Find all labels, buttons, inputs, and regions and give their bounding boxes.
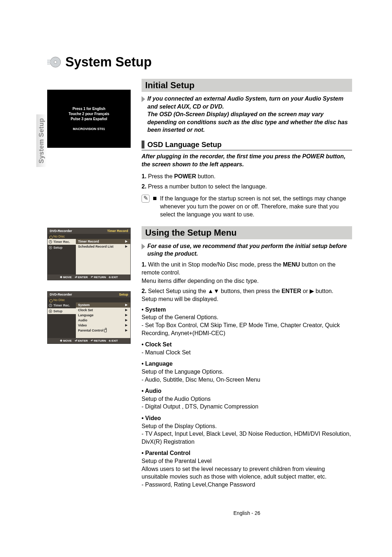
row-timer-record: Timer Record▶ <box>76 239 130 244</box>
initial-intro: If you connected an external Audio Syste… <box>147 95 352 134</box>
app-label: DVD-Recorder <box>50 293 72 296</box>
chevron-right-icon: ▶ <box>125 245 127 248</box>
row-audio: Audio▶ <box>76 318 130 323</box>
chevron-right-icon: ▶ <box>125 329 127 332</box>
move-icon: ✥ <box>60 339 62 342</box>
svg-point-7 <box>50 247 51 248</box>
osd-intro: After plugging in the recorder, the firs… <box>142 153 352 169</box>
row-scheduled-list: Scheduled Record List▶ <box>76 244 130 249</box>
enter-icon: ⏎ <box>75 276 77 279</box>
using-intro: For ease of use, we recommend that you p… <box>147 242 352 258</box>
chevron-right-icon: ▶ <box>125 240 127 243</box>
osd-subheading: OSD Language Setup <box>142 141 352 150</box>
enter-icon: ⏎ <box>75 339 77 342</box>
row-clock-set: Clock Set▶ <box>76 308 130 313</box>
side-item-setup: Setup <box>48 245 76 251</box>
chevron-right-icon: ▶ <box>125 324 127 327</box>
timer-record-menu-screenshot: DVD-RecorderTimer Record No Disc Timer R… <box>47 228 131 280</box>
opt-audio: • AudioSetup of the Audio Options- Digit… <box>142 387 352 411</box>
left-column: Press 1 for English Touche 2 pour França… <box>47 79 131 516</box>
using-step-2: 2. Select Setup using the ▲▼ buttons, th… <box>142 287 352 304</box>
lang-spanish: Pulse 3 para Español <box>71 117 107 121</box>
chevron-right-icon: ▶ <box>125 303 127 307</box>
chevron-right-icon: ▶ <box>125 313 127 317</box>
nodisc-label: No Disc <box>48 297 130 302</box>
nodisc-label: No Disc <box>48 234 130 239</box>
side-item-setup: Setup <box>48 308 76 314</box>
menu-footer: ✥MOVE ⏎ENTER ↶RETURN ⎋EXIT <box>48 275 130 280</box>
pointer-icon <box>142 96 145 102</box>
heading-bar-icon <box>142 141 144 149</box>
note-text: If the language for the startup screen i… <box>160 195 352 219</box>
setup-menu-screenshot: DVD-RecorderSetup No Disc Timer Rec. Set… <box>47 291 131 344</box>
opt-video: • VideoSetup of the Display Options.- TV… <box>142 414 352 446</box>
page: System Setup Press 1 for English Touche … <box>0 0 392 545</box>
menu-footer: ✥MOVE ⏎ENTER ↶RETURN ⎋EXIT <box>48 338 130 343</box>
opt-language: • LanguageSetup of the Language Options.… <box>142 360 352 383</box>
section-initial-setup: Initial Setup <box>142 79 352 92</box>
svg-point-1 <box>54 61 57 64</box>
side-tab: System Setup <box>36 114 47 167</box>
note-block: ✎ If the language for the startup screen… <box>142 195 352 219</box>
svg-point-10 <box>50 311 51 312</box>
disc-icon <box>47 55 61 69</box>
row-language: Language▶ <box>76 313 130 318</box>
exit-icon: ⎋ <box>109 339 111 342</box>
opt-parental: • Parental ControlSetup of the Parental … <box>142 449 352 488</box>
macrovision-label: MACROVISION ST01 <box>73 127 105 131</box>
return-icon: ↶ <box>91 276 93 279</box>
row-system: System▶ <box>76 302 130 308</box>
row-parental: Parental Control▶ <box>76 328 130 333</box>
step-2: 2. Press a number button to select the l… <box>142 183 352 191</box>
chevron-right-icon: ▶ <box>125 318 127 322</box>
svg-rect-2 <box>47 61 52 63</box>
lock-icon <box>104 329 107 332</box>
menu-section-label: Timer Record <box>107 229 128 233</box>
svg-rect-3 <box>47 60 51 61</box>
using-step-1: 1. With the unit in Stop mode/No Disc mo… <box>142 261 352 285</box>
options-list: • SystemSetup of the General Options.- S… <box>142 306 352 488</box>
opt-clock-set: • Clock Set- Manual Clock Set <box>142 341 352 356</box>
exit-icon: ⎋ <box>109 276 111 279</box>
menu-section-label: Setup <box>119 293 128 296</box>
move-icon: ✥ <box>60 276 62 279</box>
osd-heading-text: OSD Language Setup <box>147 141 221 149</box>
chevron-right-icon: ▶ <box>125 308 127 312</box>
right-column: Initial Setup If you connected an extern… <box>142 79 352 516</box>
lang-english: Press 1 for English <box>73 107 106 111</box>
side-item-timer-rec: Timer Rec. <box>48 302 76 308</box>
step-1: 1. Press the POWER button. <box>142 172 352 180</box>
title-row: System Setup <box>47 54 352 70</box>
pointer-icon <box>142 244 145 249</box>
page-title: System Setup <box>65 54 152 70</box>
svg-rect-4 <box>47 64 51 65</box>
language-select-screenshot: Press 1 for English Touche 2 pour França… <box>47 90 131 148</box>
row-video: Video▶ <box>76 323 130 328</box>
lang-french: Touche 2 pour Français <box>69 112 109 116</box>
bullet-square-icon <box>153 197 156 200</box>
opt-system: • SystemSetup of the General Options.- S… <box>142 306 352 337</box>
note-icon: ✎ <box>142 195 150 203</box>
section-using-setup: Using the Setup Menu <box>142 226 352 239</box>
app-label: DVD-Recorder <box>50 229 72 233</box>
return-icon: ↶ <box>91 339 93 342</box>
page-footer: English - 26 <box>142 510 352 516</box>
side-item-timer-rec: Timer Rec. <box>48 239 76 245</box>
